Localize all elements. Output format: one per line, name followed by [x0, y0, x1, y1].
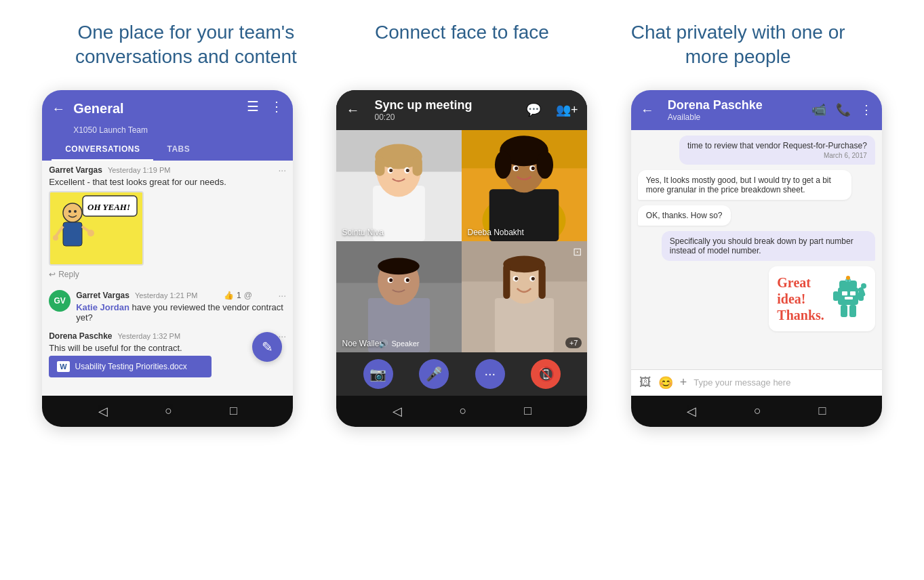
back-button-3[interactable]: ← — [641, 102, 654, 118]
msg-bubble-3: OK, thanks. How so? — [638, 205, 731, 226]
msg-dots[interactable]: ··· — [278, 165, 286, 175]
heading-1: One place for your team's conversations … — [57, 20, 315, 70]
phone3-nav: ◁ ○ □ — [631, 396, 882, 427]
mic-button[interactable]: 🎤 — [419, 359, 449, 389]
back-nav-3[interactable]: ◁ — [687, 404, 696, 419]
svg-point-9 — [68, 210, 71, 213]
tab-tabs[interactable]: TABS — [153, 139, 203, 161]
svg-rect-45 — [495, 298, 554, 352]
svg-rect-17 — [413, 157, 422, 176]
svg-rect-4 — [63, 222, 82, 246]
channel-subtitle: X1050 Launch Team — [73, 125, 283, 135]
svg-rect-48 — [504, 264, 510, 299]
svg-point-64 — [846, 276, 850, 280]
phone2-header: ← Sync up meeting 00:20 💬 👥+ — [336, 90, 587, 130]
svg-rect-57 — [845, 297, 853, 299]
video-cell-1: Sointu Niva — [336, 130, 462, 241]
svg-point-67 — [861, 283, 866, 289]
chat-icon-2[interactable]: 💬 — [526, 102, 541, 117]
tab-conversations[interactable]: CONVERSATIONS — [52, 139, 153, 161]
sticker-msg: Great idea! Thanks. — [769, 266, 875, 331]
emoji-icon[interactable]: 😊 — [658, 375, 673, 390]
call-controls: 📷 🎤 ··· 📵 — [336, 352, 587, 396]
svg-point-29 — [537, 151, 554, 179]
camera-button[interactable]: 📷 — [363, 359, 393, 389]
recents-nav-3[interactable]: □ — [819, 404, 826, 418]
svg-point-8 — [87, 230, 94, 236]
svg-point-28 — [495, 151, 512, 179]
contact-status: Available — [668, 112, 806, 122]
chat-icon[interactable]: ☰ — [247, 98, 259, 115]
plus-badge: +7 — [565, 337, 582, 348]
msg-dots-2[interactable]: ··· — [278, 290, 286, 301]
msg-bubble-2: Yes, It looks mostly good, but I would t… — [638, 170, 851, 200]
msg-bubble-1: time to review that vendor Request-for-P… — [679, 136, 875, 165]
svg-point-20 — [390, 169, 393, 172]
svg-point-41 — [390, 278, 393, 282]
sticker: OH YEAH! — [49, 191, 144, 266]
more-icon[interactable]: ⋮ — [270, 98, 283, 115]
voice-call-icon[interactable]: 📞 — [836, 102, 851, 117]
end-call-button[interactable]: 📵 — [531, 359, 561, 389]
svg-point-10 — [74, 210, 77, 213]
add-icon[interactable]: + — [680, 375, 687, 390]
svg-rect-55 — [842, 291, 847, 295]
video-cell-4: ⊡ — [462, 241, 587, 352]
svg-rect-60 — [833, 291, 839, 301]
contact-name: Dorena Paschke — [668, 98, 806, 112]
svg-rect-62 — [841, 305, 847, 317]
home-nav-icon[interactable]: ○ — [165, 404, 172, 418]
more-icon-3[interactable]: ⋮ — [860, 102, 872, 117]
phone-3: ← Dorena Paschke Available 📹 📞 ⋮ ti — [631, 90, 882, 427]
back-nav-icon[interactable]: ◁ — [98, 404, 108, 419]
reply-button[interactable]: ↩ Reply — [49, 270, 286, 279]
svg-point-3 — [63, 203, 82, 222]
svg-rect-63 — [849, 305, 856, 317]
svg-rect-54 — [838, 287, 858, 305]
meeting-title: Sync up meeting — [374, 98, 472, 112]
msg-bubble-4: Specifically you should break down by pa… — [662, 231, 875, 261]
word-icon: W — [57, 361, 69, 372]
back-button[interactable]: ← — [52, 101, 65, 117]
video-cell-2: Deeba Nobakht — [462, 130, 587, 241]
heading-3: Chat privately with one or more people — [609, 20, 867, 70]
person3-label: Noe Wallen — [342, 339, 384, 348]
back-nav-2[interactable]: ◁ — [393, 404, 402, 419]
svg-point-21 — [406, 169, 409, 172]
svg-point-42 — [406, 278, 409, 282]
phone3-body: time to review that vendor Request-for-P… — [631, 130, 882, 369]
heading-2: Connect face to face — [375, 20, 549, 70]
recents-nav-icon[interactable]: □ — [230, 404, 237, 418]
svg-point-38 — [378, 257, 420, 274]
home-nav-2[interactable]: ○ — [460, 404, 467, 418]
screen-share-icon: ⊡ — [573, 245, 582, 258]
phone3-input-bar: 🖼 😊 + Type your message here — [631, 369, 882, 396]
svg-text:OH YEAH!: OH YEAH! — [87, 202, 130, 212]
person1-label: Sointu Niva — [342, 228, 383, 237]
back-button-2[interactable]: ← — [346, 102, 359, 118]
message-input[interactable]: Type your message here — [694, 377, 873, 388]
video-cell-3: Noe Wallen 🔊 Speaker — [336, 241, 462, 352]
phone2-nav: ◁ ○ □ — [336, 396, 587, 427]
svg-point-52 — [515, 277, 519, 281]
add-people-icon[interactable]: 👥+ — [556, 102, 578, 117]
avatar-garret: GV — [49, 290, 71, 312]
meeting-timer: 00:20 — [374, 112, 472, 122]
svg-rect-49 — [539, 264, 546, 299]
reactions: 👍1@ — [224, 291, 252, 300]
person2-label: Deeba Nobakht — [467, 228, 523, 237]
svg-rect-56 — [850, 291, 856, 295]
svg-point-33 — [531, 167, 535, 170]
recents-nav-2[interactable]: □ — [524, 404, 531, 418]
speaker-badge: 🔊 Speaker — [379, 339, 419, 348]
phone1-header: ← General ☰ ⋮ X1050 Launch Team CONVERSA… — [42, 90, 293, 161]
home-nav-3[interactable]: ○ — [754, 404, 761, 418]
phone-2: ← Sync up meeting 00:20 💬 👥+ — [336, 90, 587, 427]
file-attachment[interactable]: W Usability Testing Priorities.docx — [49, 356, 212, 377]
more-button[interactable]: ··· — [475, 359, 505, 389]
video-call-icon[interactable]: 📹 — [811, 102, 826, 117]
message-2: GV Garret Vargas Yesterday 1:21 PM 👍1@ ·… — [42, 286, 293, 327]
svg-rect-16 — [376, 157, 385, 176]
compose-button[interactable]: ✎ — [252, 332, 282, 362]
image-icon[interactable]: 🖼 — [639, 375, 651, 390]
